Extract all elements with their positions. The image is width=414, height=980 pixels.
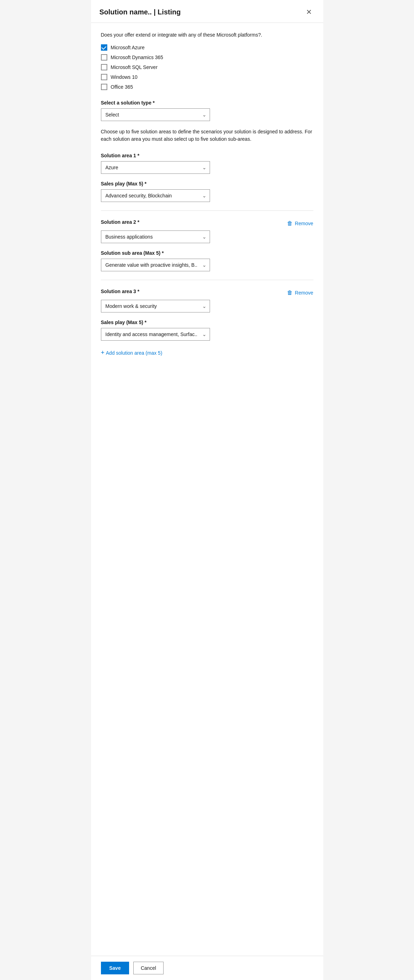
plus-icon: + [101, 349, 105, 356]
remove-area-3-button[interactable]: 🗑 Remove [287, 290, 313, 296]
solution-areas-info: Choose up to five solution areas to defi… [101, 128, 313, 143]
dialog-title: Solution name.. | Listing [100, 8, 181, 16]
solution-area-2-label: Solution area 2 [101, 219, 140, 225]
solution-area-1-block: Solution area 1 Azure Business applicati… [101, 153, 313, 202]
solution-area-3-wrapper: Azure Business applications Modern work … [101, 300, 210, 312]
trash-icon-3: 🗑 [287, 290, 293, 296]
solution-type-select[interactable]: Select SI Managed Service IP [101, 108, 210, 121]
solution-area-2-wrapper: Azure Business applications Modern work … [101, 231, 210, 243]
sales-play-3-select[interactable]: Identity and access management, Surfac..… [101, 328, 210, 340]
sales-play-1-select[interactable]: Advanced security, Blockchain Identity a… [101, 189, 210, 202]
platforms-checkbox-group: Microsoft Azure Microsoft Dynamics 365 M… [101, 45, 313, 90]
solution-area-1-label: Solution area 1 [101, 153, 313, 158]
remove-area-3-label: Remove [295, 290, 313, 296]
solution-area-2-header: Solution area 2 🗑 Remove [101, 219, 313, 228]
checkbox-dynamics[interactable]: Microsoft Dynamics 365 [101, 54, 313, 60]
solution-area-2-block: Solution area 2 🗑 Remove Azure Business … [101, 219, 313, 271]
solution-sub-area-2-select[interactable]: Generate value with proactive insights, … [101, 259, 210, 271]
checkbox-sql-label: Microsoft SQL Server [111, 64, 158, 70]
checkbox-azure[interactable]: Microsoft Azure [101, 45, 313, 51]
solution-area-2-select[interactable]: Azure Business applications Modern work … [101, 231, 210, 243]
divider-1 [101, 210, 313, 211]
solution-type-wrapper: Select SI Managed Service IP ⌄ [101, 108, 210, 121]
solution-sub-area-2-label: Solution sub area (Max 5) [101, 250, 313, 256]
platforms-question: Does your offer extend or integrate with… [101, 31, 313, 39]
checkbox-office[interactable]: Office 365 [101, 84, 313, 90]
sales-play-1-wrapper: Advanced security, Blockchain Identity a… [101, 189, 210, 202]
remove-area-2-button[interactable]: 🗑 Remove [287, 220, 313, 227]
checkbox-azure-label: Microsoft Azure [111, 45, 144, 50]
checkbox-office-label: Office 365 [111, 84, 133, 90]
dialog-header: Solution name.. | Listing ✕ [91, 0, 323, 23]
close-icon: ✕ [306, 8, 312, 16]
sales-play-3-label: Sales play (Max 5) [101, 320, 313, 325]
solution-area-3-header: Solution area 3 🗑 Remove [101, 288, 313, 297]
checkbox-dynamics-input[interactable] [101, 54, 107, 60]
checkbox-office-input[interactable] [101, 84, 107, 90]
add-solution-area-label: Add solution area (max 5) [106, 350, 162, 356]
cancel-button[interactable]: Cancel [133, 962, 163, 974]
sales-play-1-label: Sales play (Max 5) [101, 181, 313, 186]
solution-area-3-select[interactable]: Azure Business applications Modern work … [101, 300, 210, 312]
checkbox-azure-input[interactable] [101, 45, 107, 51]
checkbox-sql-input[interactable] [101, 64, 107, 70]
solution-area-3-block: Solution area 3 🗑 Remove Azure Business … [101, 288, 313, 340]
dialog: Solution name.. | Listing ✕ Does your of… [91, 0, 323, 980]
checkbox-windows[interactable]: Windows 10 [101, 74, 313, 80]
divider-2 [101, 280, 313, 280]
close-button[interactable]: ✕ [303, 6, 315, 18]
checkbox-windows-label: Windows 10 [111, 74, 138, 80]
trash-icon-2: 🗑 [287, 220, 293, 227]
solution-sub-area-2-wrapper: Generate value with proactive insights, … [101, 259, 210, 271]
sales-play-3-wrapper: Identity and access management, Surfac..… [101, 328, 210, 340]
checkbox-sql[interactable]: Microsoft SQL Server [101, 64, 313, 70]
save-button[interactable]: Save [101, 962, 129, 974]
remove-area-2-label: Remove [295, 221, 313, 226]
dialog-footer: Save Cancel [91, 956, 323, 980]
solution-area-1-select[interactable]: Azure Business applications Modern work … [101, 161, 210, 174]
add-solution-area-button[interactable]: + Add solution area (max 5) [101, 349, 162, 356]
solution-area-1-wrapper: Azure Business applications Modern work … [101, 161, 210, 174]
checkbox-dynamics-label: Microsoft Dynamics 365 [111, 54, 163, 60]
solution-type-label: Select a solution type [101, 100, 313, 105]
dialog-body: Does your offer extend or integrate with… [91, 23, 323, 956]
checkbox-windows-input[interactable] [101, 74, 107, 80]
solution-area-3-label: Solution area 3 [101, 288, 140, 294]
